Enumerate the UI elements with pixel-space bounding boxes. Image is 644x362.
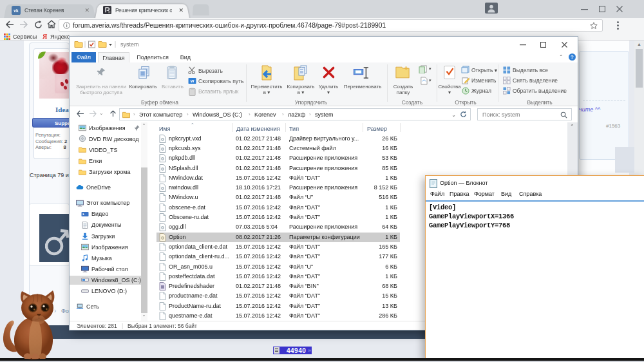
svg-text:vk: vk — [14, 8, 19, 13]
svg-text:w: w — [190, 78, 194, 84]
